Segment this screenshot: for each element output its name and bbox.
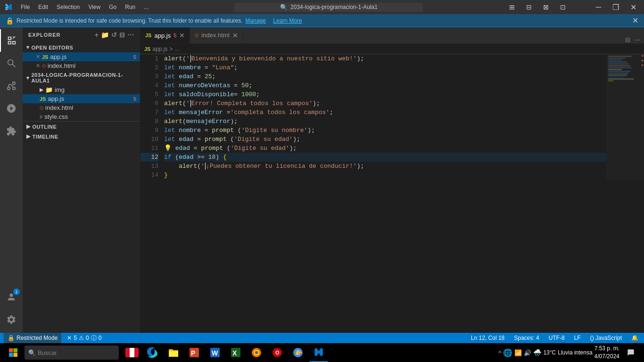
menu-more[interactable]: ... <box>140 3 152 11</box>
code-editor-container: 1 2 3 4 5 6 7 8 9 10 11 12 13 14 alert('… <box>140 54 644 333</box>
taskbar-app-word[interactable]: W <box>206 343 224 362</box>
menu-file[interactable]: File <box>17 3 33 11</box>
status-errors[interactable]: ✕ 5 ⚠ 0 ⓘ 0 <box>65 333 103 343</box>
open-editor-appjs[interactable]: ✕ JS app.js 5 <box>23 52 140 61</box>
weather-icon: 🌧️ <box>533 349 541 356</box>
close-file-icon[interactable]: ✕ <box>36 54 40 60</box>
layout-icon[interactable]: ⊞ <box>505 3 519 11</box>
taskbar-start-button[interactable] <box>4 343 23 362</box>
close-button[interactable]: ✕ <box>627 3 640 12</box>
language-icon[interactable]: 🌐 <box>503 348 512 357</box>
split-editor-icon[interactable]: ⊟ <box>625 36 630 43</box>
restricted-mode-label: Restricted Mode <box>17 335 58 341</box>
maximize-button[interactable]: ❐ <box>609 3 623 12</box>
status-spaces[interactable]: Spaces: 4 <box>512 333 541 343</box>
taskbar-app-vscode[interactable] <box>309 343 328 362</box>
status-encoding[interactable]: UTF-8 <box>547 333 567 343</box>
menu-view[interactable]: View <box>84 3 104 11</box>
new-folder-icon[interactable]: 📁 <box>101 31 109 39</box>
taskbar-search[interactable]: 🔍 Buscar <box>25 346 119 360</box>
folder-img[interactable]: ▶ 📁 img <box>23 85 140 94</box>
status-bell[interactable]: 🔔 <box>629 333 640 343</box>
js-file-icon: JS <box>42 54 48 60</box>
file-appjs[interactable]: JS app.js 5 <box>23 94 140 103</box>
file-stylecss[interactable]: # style.css <box>23 112 140 121</box>
menu-go[interactable]: Go <box>105 3 120 11</box>
taskbar-notification[interactable] <box>621 343 640 362</box>
vscode-logo[interactable] <box>4 2 13 12</box>
status-line-col[interactable]: Ln 12, Col 18 <box>469 333 506 343</box>
taskbar-app-peru[interactable] <box>123 343 141 362</box>
section-open-editors[interactable]: ▾ OPEN EDITORS <box>23 42 140 52</box>
taskbar: 🔍 Buscar <box>0 343 644 362</box>
tab-indexhtml[interactable]: ◇ index.html ✕ <box>190 27 243 43</box>
activity-source-control[interactable] <box>0 74 23 97</box>
banner-close-button[interactable]: ✕ <box>632 16 638 25</box>
section-timeline[interactable]: ▶ TIMELINE <box>23 132 140 141</box>
status-language[interactable]: () JavaScript <box>588 333 624 343</box>
banner-separator <box>269 17 270 24</box>
activity-explorer[interactable] <box>0 29 23 52</box>
taskbar-app-chrome[interactable] <box>289 343 307 362</box>
breadcrumb-dots[interactable]: ... <box>175 46 180 52</box>
clock-time: 7:53 p. m. <box>594 345 619 353</box>
activity-settings[interactable] <box>0 308 23 331</box>
tab-close-icon[interactable]: ✕ <box>179 32 185 39</box>
menu-edit[interactable]: Edit <box>34 3 52 11</box>
taskbar-app-other[interactable]: O <box>268 343 287 362</box>
file-indexhtml[interactable]: ◇ index.html <box>23 103 140 112</box>
menu-run[interactable]: Run <box>121 3 139 11</box>
chevron-right-icon: ▶ <box>26 123 31 130</box>
code-editor[interactable]: 1 2 3 4 5 6 7 8 9 10 11 12 13 14 alert('… <box>140 54 606 333</box>
grid-icon[interactable]: ⊡ <box>556 3 570 11</box>
account-badge: 1 <box>13 288 20 295</box>
manage-link[interactable]: Manage <box>246 17 266 24</box>
taskbar-right: ^ 🌐 📶 🔊 🌧️ 13°C Lluvia intensa 7:53 p. m… <box>498 343 640 362</box>
panel-icon[interactable]: ⊠ <box>539 3 553 11</box>
collapse-icon[interactable]: ⊟ <box>119 31 125 39</box>
more-options-icon[interactable]: ⋯ <box>127 31 134 39</box>
taskbar-clock[interactable]: 7:53 p. m. 4/07/2024 <box>594 345 619 361</box>
svg-rect-5 <box>9 348 13 353</box>
activity-account[interactable]: 1 <box>0 286 23 308</box>
taskbar-app-excel[interactable]: X <box>226 343 245 362</box>
breadcrumb-filename[interactable]: app.js <box>152 46 167 52</box>
activity-search[interactable] <box>0 52 23 74</box>
weather-description: Lluvia intensa <box>558 349 592 356</box>
network-icon[interactable]: 📶 <box>514 349 522 356</box>
svg-line-1 <box>13 65 16 67</box>
split-icon[interactable]: ⊟ <box>522 3 536 11</box>
file-name: index.html <box>45 104 73 111</box>
tab-close-icon[interactable]: ✕ <box>232 32 238 39</box>
restricted-mode-banner: 🔒 Restricted Mode is intended for safe c… <box>0 14 644 27</box>
section-project[interactable]: ▾ 2034-LOGICA-PROGRAMACION-1-AULA1 <box>23 70 140 85</box>
open-editor-indexhtml[interactable]: ✕ ◇ index.html <box>23 61 140 70</box>
html-file-icon: ◇ <box>40 105 43 111</box>
breadcrumb-separator: > <box>170 46 173 52</box>
close-file-icon[interactable]: ✕ <box>36 63 40 69</box>
section-outline[interactable]: ▶ OUTLINE <box>23 122 140 132</box>
line-numbers: 1 2 3 4 5 6 7 8 9 10 11 12 13 14 <box>140 54 162 333</box>
title-bar-controls: ⊞ ⊟ ⊠ ⊡ ─ ❐ ✕ <box>505 3 640 12</box>
tab-appjs[interactable]: JS app.js 5 ✕ <box>140 27 190 43</box>
volume-icon[interactable]: 🔊 <box>524 349 531 356</box>
status-restricted-mode[interactable]: 🔒 Restricted Mode <box>4 333 61 343</box>
activity-debug[interactable] <box>0 97 23 120</box>
peru-flag-icon <box>125 348 139 357</box>
title-bar-search[interactable]: 🔍 2034-logica-programacion-1-Aula1 <box>234 3 423 12</box>
chevron-up-icon[interactable]: ^ <box>498 349 501 356</box>
more-actions-icon[interactable]: ⋯ <box>634 36 640 43</box>
taskbar-app-powerpoint[interactable]: P <box>185 343 204 362</box>
status-line-ending[interactable]: LF <box>572 333 583 343</box>
code-content[interactable]: alert('Bienvenida y bienvenido a nuestro… <box>162 54 606 333</box>
minimize-button[interactable]: ─ <box>592 3 605 11</box>
taskbar-app-files[interactable] <box>164 343 183 362</box>
taskbar-app-firefox[interactable] <box>247 343 266 362</box>
taskbar-app-edge[interactable] <box>143 343 162 362</box>
learn-more-link[interactable]: Learn More <box>273 17 302 24</box>
refresh-icon[interactable]: ↺ <box>111 31 117 39</box>
activity-extensions[interactable] <box>0 120 23 142</box>
main-content: 1 EXPLORER + 📁 ↺ ⊟ ⋯ ▾ OPEN EDITORS <box>0 27 644 333</box>
menu-selection[interactable]: Selection <box>53 3 83 11</box>
new-file-icon[interactable]: + <box>95 31 99 39</box>
